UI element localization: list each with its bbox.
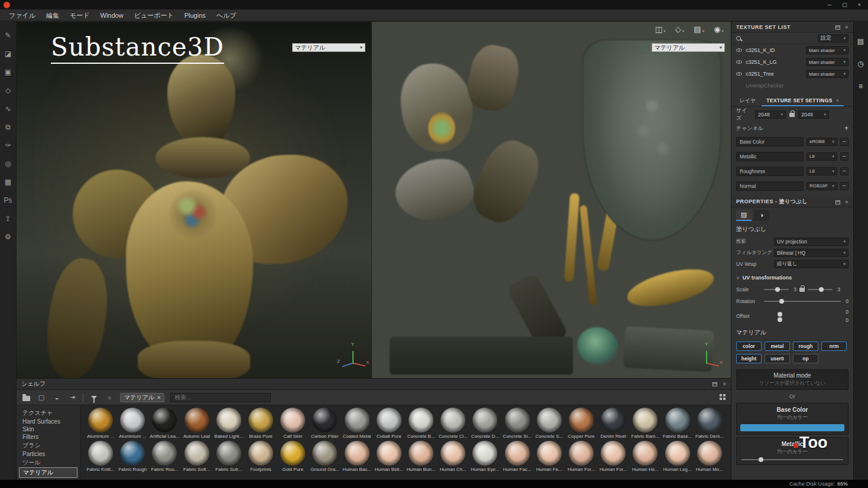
material-thumb[interactable]: Fabric Deni...: [694, 408, 725, 439]
material-thumb[interactable]: Human Fac...: [502, 441, 533, 472]
texture-set-row[interactable]: c3251_K_LG Main shader ▾: [731, 56, 853, 68]
paint-tool-icon[interactable]: ✎: [2, 30, 14, 41]
close-button[interactable]: ×: [858, 0, 861, 9]
menu-item[interactable]: Plugins: [179, 9, 211, 21]
material-thumb[interactable]: Concrete Si...: [502, 408, 533, 439]
material-thumb[interactable]: Brass Pure: [245, 408, 276, 439]
log-list-icon[interactable]: ≡: [859, 82, 863, 90]
material-thumb[interactable]: Fabric Rough: [117, 441, 148, 472]
material-thumb[interactable]: Fabric Suit...: [213, 441, 244, 472]
effects-icon[interactable]: ◎: [2, 158, 14, 169]
shelf-category[interactable]: Hard Surfaces: [17, 418, 80, 425]
material-thumb[interactable]: Fabric Knitt...: [85, 441, 116, 472]
undock-icon[interactable]: [835, 200, 840, 204]
shading-mode-icon[interactable]: ◇ ▾: [675, 25, 685, 34]
smudge-tool-icon[interactable]: ∿: [2, 103, 14, 114]
material-thumb[interactable]: Artificial Lea...: [149, 408, 180, 439]
grid-view-icon[interactable]: [720, 394, 726, 401]
uv-wrap-dropdown[interactable]: 繰り返し ▾: [774, 260, 848, 268]
shelf-category[interactable]: Skin: [17, 425, 80, 433]
channel-slot-button[interactable]: rough: [793, 341, 818, 351]
folder-icon[interactable]: [21, 393, 31, 402]
material-thumb[interactable]: Human Eye...: [469, 441, 500, 472]
material-thumb[interactable]: Calf Skin: [277, 408, 308, 439]
material-thumb[interactable]: Human Ch...: [438, 441, 468, 472]
shader-dropdown[interactable]: Main shader ▾: [806, 70, 848, 78]
metallic-slider[interactable]: [741, 459, 843, 460]
close-icon[interactable]: ×: [845, 199, 848, 205]
undock-icon[interactable]: [835, 25, 840, 30]
material-thumb[interactable]: Human Bell...: [374, 441, 404, 472]
shelf-category[interactable]: Filters: [17, 433, 80, 441]
size-height-dropdown[interactable]: 2048 ▾: [798, 110, 829, 119]
material-thumb[interactable]: Autumn Leaf: [182, 408, 212, 439]
import-icon[interactable]: ⇥: [67, 393, 77, 402]
channel-slot-button[interactable]: color: [736, 341, 762, 351]
material-thumb[interactable]: Denim Rivet: [598, 408, 629, 439]
split-view-icon[interactable]: ◫ ▾: [655, 25, 666, 34]
remove-tag-icon[interactable]: ×: [157, 395, 160, 401]
close-icon[interactable]: ×: [845, 24, 848, 30]
shelf-category[interactable]: ブラシ: [17, 441, 80, 450]
material-thumb[interactable]: Cobalt Pure: [374, 408, 404, 439]
scale-v-slider[interactable]: [808, 289, 833, 290]
size-width-dropdown[interactable]: 2048 ▾: [755, 110, 786, 119]
remove-channel-button[interactable]: −: [840, 167, 848, 175]
settings-dropdown[interactable]: 設定 ▾: [818, 34, 848, 43]
viewport-3d[interactable]: Substance3D マテリアル ▾ YXZ: [17, 22, 371, 378]
channel-format-dropdown[interactable]: L8 ▾: [807, 167, 837, 175]
material-thumb[interactable]: Baked Light...: [213, 408, 244, 439]
material-thumb[interactable]: Human Bun...: [406, 441, 436, 472]
filter-tag-material[interactable]: マテリアル ×: [120, 393, 164, 402]
photoshop-icon[interactable]: Ps: [2, 195, 14, 206]
material-thumb[interactable]: Concrete B...: [406, 408, 436, 439]
channel-format-dropdown[interactable]: RGB16F ▾: [807, 182, 837, 190]
tab-layers[interactable]: レイヤ: [735, 96, 760, 106]
viewport-2d-uv[interactable]: マテリアル ▾ YX: [372, 22, 731, 378]
settings-gear-icon[interactable]: ⚙: [2, 232, 14, 242]
material-thumb[interactable]: Aluminium ...: [85, 408, 116, 439]
menu-item[interactable]: モード: [64, 9, 95, 21]
panel-icon[interactable]: ▤: [857, 37, 864, 45]
channel-name[interactable]: Metallic: [736, 152, 804, 161]
filtering-dropdown[interactable]: Bilinear | HQ ▾: [774, 249, 848, 257]
base-color-swatch[interactable]: [740, 424, 844, 431]
hide-icon[interactable]: ◒: [52, 393, 61, 402]
channel-slot-button[interactable]: metal: [765, 341, 790, 351]
rotation-slider[interactable]: [764, 301, 841, 302]
material-thumb[interactable]: Fabric Rou...: [149, 441, 180, 472]
clone-tool-icon[interactable]: ⧉: [2, 122, 14, 132]
minimize-button[interactable]: ─: [828, 0, 831, 9]
material-thumb[interactable]: Gold Pure: [277, 441, 308, 472]
shelf-category[interactable]: Particles: [17, 450, 80, 458]
material-thumb[interactable]: Concrete Cl...: [438, 408, 468, 439]
material-thumb[interactable]: Human For...: [566, 441, 597, 472]
lock-icon[interactable]: [789, 113, 795, 117]
menu-item[interactable]: ヘルプ: [211, 9, 242, 21]
tab-material-preview[interactable]: ◑: [754, 210, 769, 221]
shelf-search-input[interactable]: [170, 393, 271, 402]
material-thumb[interactable]: Human Fe...: [534, 441, 565, 472]
shelf-category[interactable]: テクスチャ: [17, 408, 80, 418]
material-picker-tool-icon[interactable]: ✑: [2, 140, 14, 151]
eraser-tool-icon[interactable]: ◪: [2, 48, 14, 59]
new-folder-icon[interactable]: ▢: [37, 393, 46, 402]
texture-set-row[interactable]: c3251_Tree Main shader ▾: [731, 68, 853, 80]
uv-transformations-header[interactable]: ∨ UV transformations: [731, 272, 853, 284]
texture-set-row[interactable]: UnwrapChecker ▾: [731, 80, 853, 92]
material-thumb[interactable]: Concrete D...: [469, 408, 500, 439]
material-thumb[interactable]: Concrete S...: [534, 408, 565, 439]
shader-dropdown[interactable]: Main shader ▾: [806, 46, 848, 54]
viewport3d-shading-dropdown[interactable]: マテリアル ▾: [292, 43, 365, 52]
remove-channel-button[interactable]: −: [840, 138, 848, 146]
tab-texture-set-settings[interactable]: TEXTURE SET SETTINGS ×: [762, 96, 844, 106]
channel-slot-button[interactable]: op: [793, 354, 818, 363]
undock-icon[interactable]: [712, 382, 717, 386]
shelf-category[interactable]: マテリアル: [19, 467, 77, 478]
material-thumb[interactable]: Fabric Soft...: [182, 441, 212, 472]
shelf-category[interactable]: ツール: [17, 458, 80, 467]
close-icon[interactable]: ×: [723, 381, 726, 387]
remove-channel-button[interactable]: −: [840, 182, 848, 190]
maximize-button[interactable]: ▢: [842, 0, 847, 9]
material-thumb[interactable]: Coated Metal: [342, 408, 373, 439]
